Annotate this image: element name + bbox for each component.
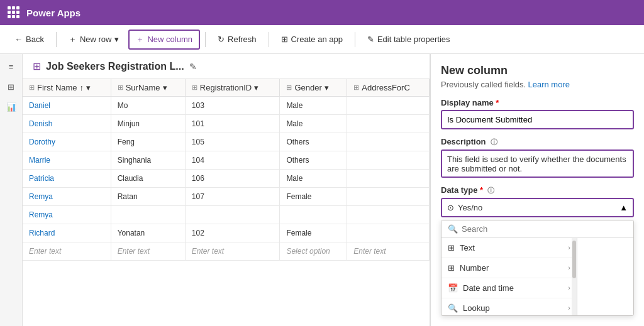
table-cell[interactable]: [347, 151, 430, 170]
placeholder-cell[interactable]: Enter text: [111, 242, 185, 261]
table-cell[interactable]: [347, 97, 430, 115]
table-cell[interactable]: Male: [280, 97, 347, 115]
dropdown-item-text[interactable]: ⊞ Text ›: [441, 238, 577, 258]
table-cell[interactable]: [185, 206, 280, 224]
plus-icon: ＋: [69, 34, 77, 45]
choice-sub-panel: ☰ Choice ⊙ Yes/no: [577, 238, 633, 316]
lookup-icon: 🔍: [448, 303, 458, 313]
info-icon: ⓘ: [491, 138, 497, 146]
col-firstname[interactable]: ⊞ First Name ↑ ▾: [23, 79, 111, 97]
arrow-icon3: ›: [568, 284, 570, 291]
table-cell[interactable]: Others: [280, 133, 347, 151]
description-label: Description ⓘ: [441, 137, 634, 147]
table-cell[interactable]: Yonatan: [111, 224, 185, 242]
dropdown-item-lookup[interactable]: 🔍 Lookup ›: [441, 298, 577, 316]
back-button[interactable]: ← Back: [8, 31, 51, 48]
dropdown-item-number[interactable]: ⊞ Number ›: [441, 258, 577, 278]
edit-table-icon[interactable]: ✎: [189, 62, 197, 72]
placeholder-cell[interactable]: Enter text: [185, 242, 280, 261]
table-row: DenishMinjun101Male: [23, 115, 430, 133]
table-icon: ⊞: [33, 60, 41, 72]
table-cell[interactable]: Richard: [23, 224, 111, 242]
search-row: 🔍: [441, 220, 633, 238]
app-name: Power Apps: [26, 8, 80, 18]
table-cell[interactable]: Marrie: [23, 151, 111, 170]
table-cell[interactable]: Male: [280, 115, 347, 133]
table-cell[interactable]: Dorothy: [23, 133, 111, 151]
col-address[interactable]: ⊞ AddressForC: [347, 79, 430, 97]
table-cell[interactable]: 105: [185, 133, 280, 151]
table-cell[interactable]: Claudia: [111, 170, 185, 188]
required-marker2: *: [480, 185, 483, 195]
placeholder-cell[interactable]: Enter text: [23, 242, 111, 261]
table-cell[interactable]: Minjun: [111, 115, 185, 133]
top-bar: Power Apps: [0, 0, 644, 25]
new-column-button[interactable]: ＋ New column: [128, 30, 200, 50]
col-gender[interactable]: ⊞ Gender ▾: [280, 79, 347, 97]
table-title-bar: ⊞ Job Seekers Registration L... ✎: [23, 54, 430, 79]
number-icon: ⊞: [448, 263, 455, 273]
arrow-icon4: ›: [568, 304, 570, 312]
learn-more-link[interactable]: Learn more: [528, 80, 569, 89]
create-app-button[interactable]: ⊞ Create an app: [274, 31, 350, 48]
col-surname[interactable]: ⊞ SurName ▾: [111, 79, 185, 97]
data-type-dropdown[interactable]: ⊙ Yes/no ▲: [441, 198, 634, 217]
table-cell[interactable]: Denish: [23, 115, 111, 133]
table-cell[interactable]: Daniel: [23, 97, 111, 115]
table-cell[interactable]: Mo: [111, 97, 185, 115]
table-cell[interactable]: 104: [185, 151, 280, 170]
table-cell[interactable]: Singhania: [111, 151, 185, 170]
refresh-button[interactable]: ↻ Refresh: [211, 31, 264, 48]
separator2: [205, 32, 206, 47]
table-row: DorothyFeng105Others: [23, 133, 430, 151]
table-cell[interactable]: [347, 170, 430, 188]
search-input[interactable]: [462, 224, 627, 234]
table-cell[interactable]: Feng: [111, 133, 185, 151]
table-cell[interactable]: Remya: [23, 206, 111, 224]
table-cell[interactable]: [347, 224, 430, 242]
table-cell[interactable]: 107: [185, 188, 280, 206]
table-cell[interactable]: [280, 206, 347, 224]
required-marker: *: [496, 98, 499, 107]
scrollbar-track[interactable]: [572, 238, 577, 316]
datetime-icon: 📅: [448, 283, 458, 293]
dropdown-item-datetime[interactable]: 📅 Date and time ›: [441, 278, 577, 298]
col-icon2: ⊞: [118, 84, 123, 92]
table-cell[interactable]: 101: [185, 115, 280, 133]
list-icon[interactable]: ⊞: [4, 79, 19, 94]
table-cell[interactable]: Ratan: [111, 188, 185, 206]
col-regid[interactable]: ⊞ RegistrationID ▾: [185, 79, 280, 97]
table-cell[interactable]: Others: [280, 151, 347, 170]
table-cell[interactable]: Male: [280, 170, 347, 188]
separator: [56, 32, 57, 47]
data-table: ⊞ First Name ↑ ▾ ⊞ SurName ▾: [23, 79, 430, 326]
table-cell[interactable]: [347, 133, 430, 151]
edit-table-button[interactable]: ✎ Edit table properties: [360, 31, 457, 48]
table-cell[interactable]: 106: [185, 170, 280, 188]
table-cell[interactable]: Female: [280, 188, 347, 206]
col-icon5: ⊞: [353, 84, 359, 92]
table-cell[interactable]: Patricia: [23, 170, 111, 188]
description-input[interactable]: This field is used to verify whether the…: [441, 149, 634, 178]
col-icon: ⊞: [29, 84, 35, 92]
panel-title: New column: [441, 64, 634, 77]
text-icon: ⊞: [448, 243, 455, 253]
back-arrow-icon: ←: [14, 35, 23, 44]
scrollbar-thumb: [572, 241, 576, 278]
table-cell[interactable]: [347, 206, 430, 224]
table-cell[interactable]: Remya: [23, 188, 111, 206]
chart-icon[interactable]: 📊: [4, 99, 19, 114]
table-cell[interactable]: [347, 115, 430, 133]
table-cell[interactable]: 103: [185, 97, 280, 115]
table-cell[interactable]: [347, 188, 430, 206]
chevron-up-icon: ▲: [619, 203, 628, 212]
table-cell[interactable]: Female: [280, 224, 347, 242]
new-row-button[interactable]: ＋ New row ▾: [62, 30, 126, 49]
menu-icon[interactable]: ≡: [4, 59, 19, 74]
placeholder-cell[interactable]: Select option: [280, 242, 347, 261]
table-cell[interactable]: 102: [185, 224, 280, 242]
table-cell[interactable]: [111, 206, 185, 224]
placeholder-cell[interactable]: Enter text: [347, 242, 430, 261]
display-name-input[interactable]: [441, 110, 634, 129]
grid-icon[interactable]: [8, 6, 20, 19]
